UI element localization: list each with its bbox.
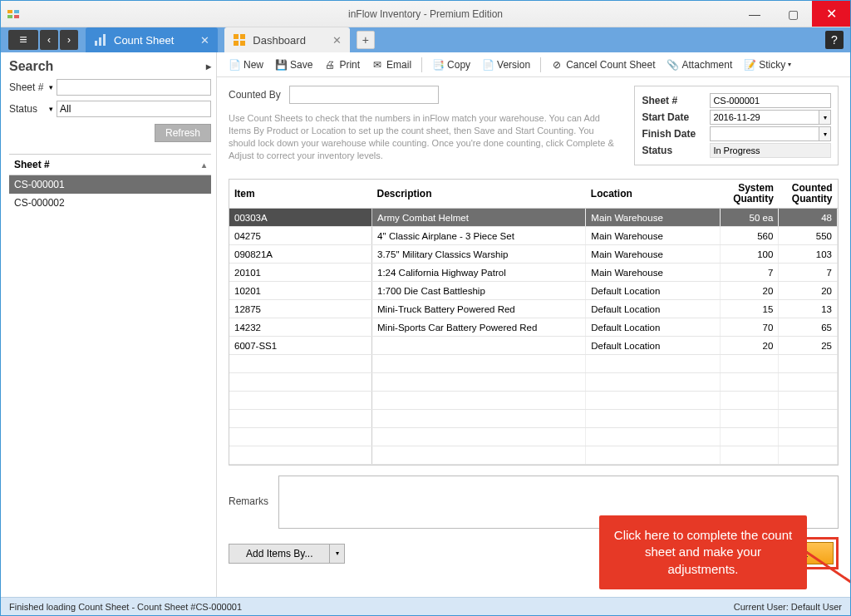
cell-location[interactable]: Main Warehouse xyxy=(586,245,720,264)
table-row[interactable]: 12875Mini-Truck Battery Powered RedDefau… xyxy=(229,300,838,318)
cell-item[interactable]: 12875 xyxy=(229,300,372,318)
dropdown-icon[interactable]: ▾ xyxy=(49,83,53,91)
cell-counted-qty[interactable]: 7 xyxy=(779,264,838,282)
tab-count-sheet[interactable]: Count Sheet ✕ xyxy=(86,27,218,52)
cell-description[interactable]: Army Combat Helmet xyxy=(372,209,586,227)
cell-item[interactable]: 20101 xyxy=(229,264,372,282)
save-button[interactable]: 💾Save xyxy=(270,57,317,73)
add-items-button[interactable]: Add Items By... xyxy=(229,544,330,564)
help-button[interactable]: ? xyxy=(825,31,844,49)
cell-item[interactable]: 14232 xyxy=(229,318,372,337)
version-button[interactable]: 📄Version xyxy=(477,57,535,73)
meta-start-date[interactable] xyxy=(710,110,819,125)
table-row[interactable]: 090821A3.75'' Military Classics WarshipM… xyxy=(229,245,838,264)
cell-description[interactable]: 1:24 California Highway Patrol xyxy=(372,264,586,282)
counted-by-input[interactable] xyxy=(289,86,439,104)
tab-dashboard[interactable]: Dashboard ✕ xyxy=(224,27,350,52)
cell-location[interactable]: Default Location xyxy=(586,300,720,318)
cell-location[interactable]: Main Warehouse xyxy=(586,209,720,227)
svg-rect-4 xyxy=(95,41,97,46)
cancel-button[interactable]: ⊘Cancel Count Sheet xyxy=(546,57,660,73)
cell-system-qty[interactable]: 100 xyxy=(720,245,779,264)
table-row-empty[interactable] xyxy=(229,373,838,392)
cell-location[interactable]: Default Location xyxy=(586,318,720,337)
cell-item[interactable]: 00303A xyxy=(229,209,372,227)
hamburger-menu[interactable]: ≡ xyxy=(8,30,38,50)
svg-rect-1 xyxy=(14,10,19,13)
table-row-empty[interactable] xyxy=(229,446,838,465)
cell-location[interactable]: Default Location xyxy=(586,282,720,300)
dropdown-icon[interactable]: ▾ xyxy=(49,105,53,113)
col-location[interactable]: Location xyxy=(586,180,720,209)
cell-description[interactable]: 3.75'' Military Classics Warship xyxy=(372,245,586,264)
cell-description[interactable] xyxy=(372,337,586,355)
cell-location[interactable]: Main Warehouse xyxy=(586,227,720,245)
sheet-number-input[interactable] xyxy=(57,79,211,96)
tab-close-icon[interactable]: ✕ xyxy=(200,34,209,47)
close-button[interactable]: ✕ xyxy=(812,1,850,27)
cell-system-qty[interactable]: 70 xyxy=(720,318,779,337)
cell-system-qty[interactable]: 7 xyxy=(720,264,779,282)
nav-forward[interactable]: › xyxy=(60,30,78,50)
table-row[interactable]: 201011:24 California Highway PatrolMain … xyxy=(229,264,838,282)
cell-description[interactable]: 1:700 Die Cast Battleship xyxy=(372,282,586,300)
nav-back[interactable]: ‹ xyxy=(40,30,58,50)
col-system-qty[interactable]: SystemQuantity xyxy=(720,180,779,209)
cell-description[interactable]: 4'' Classic Airplane - 3 Piece Set xyxy=(372,227,586,245)
sticky-button[interactable]: 📝Sticky▾ xyxy=(739,57,796,73)
cell-system-qty[interactable]: 20 xyxy=(720,282,779,300)
cell-counted-qty[interactable]: 25 xyxy=(779,337,838,355)
add-items-dropdown[interactable]: ▾ xyxy=(330,544,345,564)
add-tab-button[interactable]: + xyxy=(357,31,375,49)
cell-item[interactable]: 10201 xyxy=(229,282,372,300)
date-dropdown-icon[interactable]: ▾ xyxy=(819,110,831,125)
table-row[interactable]: 00303AArmy Combat HelmetMain Warehouse50… xyxy=(229,209,838,227)
col-description[interactable]: Description xyxy=(372,180,586,209)
col-counted-qty[interactable]: CountedQuantity xyxy=(779,180,838,209)
cell-item[interactable]: 04275 xyxy=(229,227,372,245)
meta-finish-date[interactable] xyxy=(710,126,819,141)
cell-counted-qty[interactable]: 103 xyxy=(779,245,838,264)
cell-location[interactable]: Default Location xyxy=(586,337,720,355)
table-row[interactable]: 042754'' Classic Airplane - 3 Piece SetM… xyxy=(229,227,838,245)
sheet-list-header[interactable]: Sheet # ▴ xyxy=(9,154,211,175)
sheet-row[interactable]: CS-000001 xyxy=(9,175,211,194)
instructions-text: Use Count Sheets to check that the numbe… xyxy=(229,112,617,161)
cell-item[interactable]: 6007-SS1 xyxy=(229,337,372,355)
cell-counted-qty[interactable]: 20 xyxy=(779,282,838,300)
col-item[interactable]: Item xyxy=(229,180,372,209)
cell-system-qty[interactable]: 20 xyxy=(720,337,779,355)
cell-item[interactable]: 090821A xyxy=(229,245,372,264)
cell-system-qty[interactable]: 15 xyxy=(720,300,779,318)
cell-description[interactable]: Mini-Truck Battery Powered Red xyxy=(372,300,586,318)
sheet-row[interactable]: CS-000002 xyxy=(9,194,211,212)
cell-description[interactable]: Mini-Sports Car Battery Powered Red xyxy=(372,318,586,337)
table-row[interactable]: 102011:700 Die Cast BattleshipDefault Lo… xyxy=(229,282,838,300)
status-select[interactable] xyxy=(57,101,211,117)
maximize-button[interactable]: ▢ xyxy=(774,1,812,27)
collapse-icon[interactable]: ▸ xyxy=(206,61,211,72)
copy-button[interactable]: 📑Copy xyxy=(427,57,475,73)
table-row-empty[interactable] xyxy=(229,355,838,373)
refresh-button[interactable]: Refresh xyxy=(155,124,211,142)
cell-counted-qty[interactable]: 13 xyxy=(779,300,838,318)
print-button[interactable]: 🖨Print xyxy=(319,57,365,73)
table-row-empty[interactable] xyxy=(229,392,838,410)
cell-counted-qty[interactable]: 65 xyxy=(779,318,838,337)
cell-location[interactable]: Main Warehouse xyxy=(586,264,720,282)
tab-close-icon[interactable]: ✕ xyxy=(332,34,342,47)
cell-system-qty[interactable]: 560 xyxy=(720,227,779,245)
table-row[interactable]: 14232Mini-Sports Car Battery Powered Red… xyxy=(229,318,838,337)
cell-counted-qty[interactable]: 550 xyxy=(779,227,838,245)
table-row[interactable]: 6007-SS1Default Location2025 xyxy=(229,337,838,355)
attachment-button[interactable]: 📎Attachment xyxy=(662,57,738,73)
meta-sheet-input[interactable] xyxy=(710,93,831,108)
table-row-empty[interactable] xyxy=(229,410,838,428)
date-dropdown-icon[interactable]: ▾ xyxy=(819,126,831,141)
new-button[interactable]: 📄New xyxy=(224,57,268,73)
minimize-button[interactable]: — xyxy=(735,1,774,27)
email-button[interactable]: ✉Email xyxy=(366,57,416,73)
cell-counted-qty[interactable]: 48 xyxy=(779,209,838,227)
cell-system-qty[interactable]: 50 ea xyxy=(720,209,779,227)
table-row-empty[interactable] xyxy=(229,428,838,446)
